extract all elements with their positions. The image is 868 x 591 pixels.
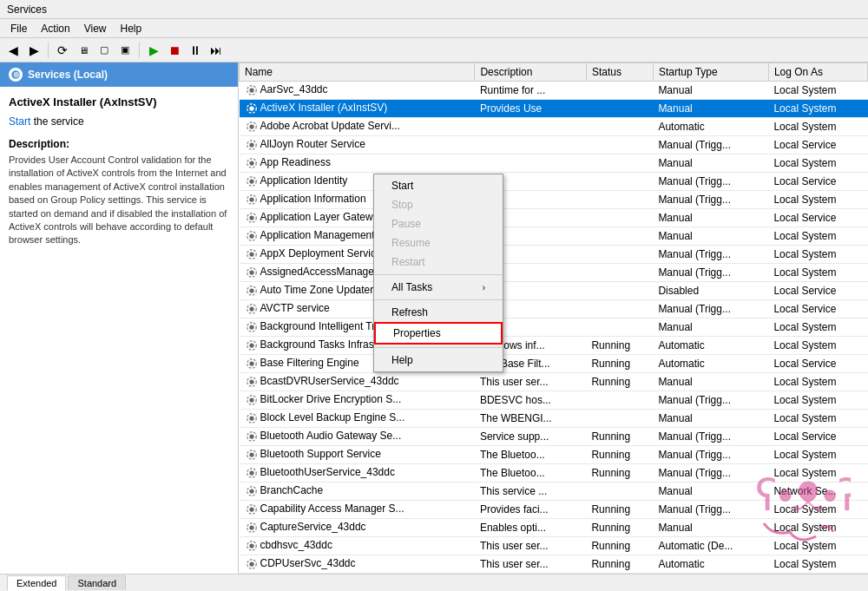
col-header-logon[interactable]: Log On As bbox=[768, 63, 867, 82]
svg-point-22 bbox=[249, 270, 253, 274]
menu-bar: File Action View Help bbox=[0, 19, 868, 38]
service-icon bbox=[245, 539, 259, 553]
service-status bbox=[586, 410, 653, 428]
service-icon bbox=[245, 557, 259, 571]
toolbar-stop[interactable]: ⏹ bbox=[165, 41, 184, 60]
table-row[interactable]: Adobe Acrobat Update Servi...AutomaticLo… bbox=[240, 118, 868, 136]
context-menu-item-properties[interactable]: Properties bbox=[374, 322, 503, 345]
left-panel-header: ⚙ Services (Local) bbox=[0, 62, 238, 87]
context-menu-label-all-tasks: All Tasks bbox=[391, 281, 432, 293]
svg-point-54 bbox=[249, 561, 253, 566]
table-row[interactable]: Bluetooth Support ServiceThe Bluetoo...R… bbox=[240, 446, 868, 464]
svg-point-10 bbox=[249, 161, 253, 165]
context-menu-item-all-tasks[interactable]: All Tasks› bbox=[374, 278, 503, 297]
context-menu-item-help[interactable]: Help bbox=[374, 351, 503, 370]
svg-point-26 bbox=[249, 306, 253, 311]
menu-view[interactable]: View bbox=[77, 21, 114, 36]
tab-standard[interactable]: Standard bbox=[68, 575, 126, 590]
table-row[interactable]: Base Filtering EngineThe Base Filt...Run… bbox=[240, 355, 868, 373]
context-menu-label-stop: Stop bbox=[391, 199, 413, 211]
service-icon bbox=[245, 156, 259, 170]
service-status: Running bbox=[586, 519, 653, 537]
service-logon: Local System bbox=[768, 337, 867, 355]
table-row[interactable]: Application InformationManual (Trigg...L… bbox=[240, 191, 868, 209]
table-row[interactable]: ActiveX Installer (AxInstSV)Provides Use… bbox=[240, 100, 868, 118]
menu-file[interactable]: File bbox=[3, 21, 34, 36]
toolbar-restart[interactable]: ⏭ bbox=[207, 41, 226, 60]
toolbar-export[interactable]: 🖥 bbox=[74, 41, 93, 60]
toolbar: ◀ ▶ ⟳ 🖥 ▢ ▣ ▶ ⏹ ⏸ ⏭ bbox=[0, 38, 868, 62]
service-name-text: AarSvc_43ddc bbox=[260, 83, 328, 95]
toolbar-play[interactable]: ▶ bbox=[144, 41, 163, 60]
service-startup-type: Automatic bbox=[653, 118, 768, 136]
table-row[interactable]: AssignedAccessManager Ser...Manual (Trig… bbox=[240, 264, 868, 282]
table-row[interactable]: Application ManagementManualLocal System bbox=[240, 227, 868, 246]
toolbar-properties[interactable]: ▣ bbox=[115, 41, 135, 60]
table-row[interactable]: Application Layer Gateway S...ManualLoca… bbox=[240, 209, 868, 227]
table-row[interactable]: Background Tasks Infrastruc...Windows in… bbox=[240, 337, 868, 355]
left-panel-title: Services (Local) bbox=[28, 69, 108, 81]
service-icon bbox=[245, 502, 259, 516]
table-row[interactable]: App ReadinessManualLocal System bbox=[240, 154, 868, 173]
service-name-text: Capability Access Manager S... bbox=[260, 502, 404, 515]
toolbar-pause[interactable]: ⏸ bbox=[186, 41, 205, 60]
table-row[interactable]: BitLocker Drive Encryption S...BDESVC ho… bbox=[240, 391, 868, 410]
table-row[interactable]: Bluetooth Audio Gateway Se...Service sup… bbox=[240, 428, 868, 446]
tab-extended[interactable]: Extended bbox=[7, 575, 66, 591]
service-startup-type: Manual (Trigg... bbox=[653, 191, 768, 209]
toolbar-refresh[interactable]: ⟳ bbox=[53, 41, 72, 60]
table-row[interactable]: Background Intelligent Tran...ManualLoca… bbox=[240, 318, 868, 337]
description-text: Provides User Account Control validation… bbox=[9, 154, 229, 247]
col-header-startup[interactable]: Startup Type bbox=[653, 63, 768, 82]
toolbar-copy[interactable]: ▢ bbox=[95, 41, 114, 60]
service-startup-type: Manual (Trigg... bbox=[653, 246, 768, 264]
table-row[interactable]: AppX Deployment Service (A...Manual (Tri… bbox=[240, 246, 868, 264]
context-menu-label-start: Start bbox=[391, 180, 413, 192]
service-name-text: AVCTP service bbox=[260, 302, 330, 314]
toolbar-back[interactable]: ◀ bbox=[3, 41, 23, 60]
table-row[interactable]: Cellular TimeThis service ...Manual (Tri… bbox=[240, 574, 868, 575]
table-row[interactable]: CDPUserSvc_43ddcThis user ser...RunningA… bbox=[240, 555, 868, 574]
table-row[interactable]: BcastDVRUserService_43ddcThis user ser..… bbox=[240, 373, 868, 391]
col-header-status[interactable]: Status bbox=[586, 63, 653, 82]
menu-help[interactable]: Help bbox=[114, 21, 149, 36]
table-row[interactable]: AllJoyn Router ServiceManual (Trigg...Lo… bbox=[240, 136, 868, 154]
service-icon bbox=[245, 411, 259, 425]
svg-point-28 bbox=[249, 325, 253, 329]
table-row[interactable]: AarSvc_43ddcRuntime for ...ManualLocal S… bbox=[240, 82, 868, 100]
col-header-name[interactable]: Name bbox=[240, 63, 475, 82]
service-icon bbox=[245, 302, 259, 316]
table-row[interactable]: Auto Time Zone UpdaterDisabledLocal Serv… bbox=[240, 282, 868, 300]
context-menu-label-restart: Restart bbox=[391, 256, 425, 268]
service-icon bbox=[245, 521, 259, 535]
service-status bbox=[586, 483, 653, 501]
service-icon bbox=[245, 120, 259, 134]
service-logon: Local Service bbox=[768, 209, 867, 227]
col-header-description[interactable]: Description bbox=[475, 63, 587, 82]
start-service-link[interactable]: Start bbox=[9, 115, 30, 128]
service-name-text: cbdhsvc_43ddc bbox=[260, 539, 332, 551]
toolbar-forward[interactable]: ▶ bbox=[24, 41, 43, 60]
table-row[interactable]: Block Level Backup Engine S...The WBENGI… bbox=[240, 410, 868, 428]
service-name-text: Adobe Acrobat Update Servi... bbox=[260, 120, 400, 132]
main-container: ⚙ Services (Local) ActiveX Installer (Ax… bbox=[0, 62, 868, 574]
table-row[interactable]: AVCTP serviceManual (Trigg...Local Servi… bbox=[240, 300, 868, 318]
service-status bbox=[586, 191, 653, 209]
toolbar-sep-1 bbox=[48, 43, 49, 58]
selected-service-name: ActiveX Installer (AxInstSV) bbox=[9, 95, 229, 108]
service-name-text: AllJoyn Router Service bbox=[260, 138, 365, 150]
service-status: Running bbox=[586, 428, 653, 446]
context-menu-item-refresh[interactable]: Refresh bbox=[374, 303, 503, 322]
context-menu-item-start[interactable]: Start bbox=[374, 176, 503, 195]
service-icon bbox=[245, 430, 259, 443]
menu-action[interactable]: Action bbox=[34, 21, 76, 36]
table-row[interactable]: Application IdentityManual (Trigg...Loca… bbox=[240, 173, 868, 191]
service-name-text: CDPUserSvc_43ddc bbox=[260, 557, 356, 569]
svg-point-2 bbox=[249, 88, 253, 92]
start-service-suffix: the service bbox=[30, 115, 83, 128]
service-startup-type: Manual (Trigg... bbox=[653, 264, 768, 282]
service-startup-type: Disabled bbox=[653, 282, 768, 300]
service-name-text: Base Filtering Engine bbox=[260, 357, 359, 369]
svg-text:⚙: ⚙ bbox=[13, 71, 19, 79]
service-status: Running bbox=[586, 464, 653, 483]
